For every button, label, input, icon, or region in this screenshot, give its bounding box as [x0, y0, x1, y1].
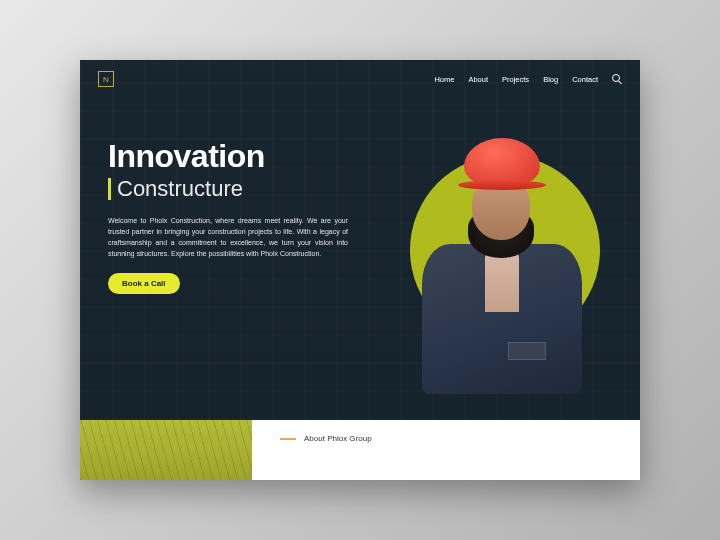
about-crane-image — [80, 420, 252, 480]
hero-content: Innovation Constructure Welcome to Pholx… — [108, 140, 368, 294]
hero-title: Innovation — [108, 140, 368, 172]
nav-links: Home About Projects Blog Contact — [434, 74, 622, 84]
hero-person-image — [408, 132, 598, 382]
nav-link-projects[interactable]: Projects — [502, 75, 529, 84]
website-frame: N Home About Projects Blog Contact Innov… — [80, 60, 640, 480]
nav-link-blog[interactable]: Blog — [543, 75, 558, 84]
about-section: About Phlox Group — [80, 420, 640, 480]
book-call-button[interactable]: Book a Call — [108, 273, 180, 294]
about-label-row: About Phlox Group — [280, 434, 618, 443]
jacket-patch — [508, 342, 546, 360]
nav-link-home[interactable]: Home — [434, 75, 454, 84]
hero-description: Welcome to Pholx Construction, where dre… — [108, 216, 348, 259]
about-text-block: About Phlox Group — [252, 420, 640, 480]
nav-link-about[interactable]: About — [468, 75, 488, 84]
person-jacket — [422, 244, 582, 394]
nav-link-contact[interactable]: Contact — [572, 75, 598, 84]
dash-icon — [280, 438, 296, 440]
logo[interactable]: N — [98, 71, 114, 87]
hero-subtitle-row: Constructure — [108, 176, 368, 202]
accent-bar — [108, 178, 111, 200]
search-icon[interactable] — [612, 74, 622, 84]
hardhat-icon — [464, 138, 540, 186]
about-label: About Phlox Group — [304, 434, 372, 443]
top-nav: N Home About Projects Blog Contact — [80, 60, 640, 98]
hero-subtitle: Constructure — [117, 176, 243, 202]
